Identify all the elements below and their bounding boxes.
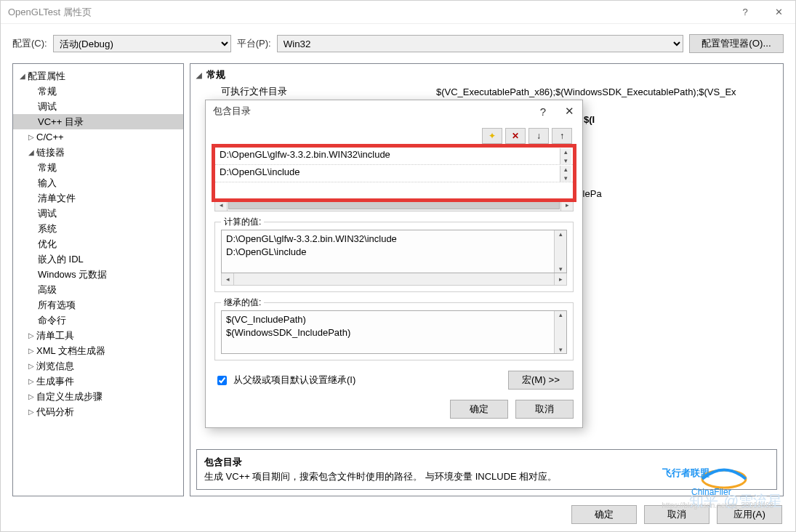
horizontal-scrollbar[interactable]: ◂ ▸: [214, 199, 574, 211]
line-spinner[interactable]: ▴▾: [560, 148, 571, 164]
expander-icon[interactable]: ▷: [26, 347, 36, 355]
expander-icon[interactable]: ◢: [17, 72, 28, 80]
expander-icon[interactable]: ◢: [26, 148, 36, 156]
cancel-button[interactable]: 取消: [644, 505, 709, 524]
tree-item-selected[interactable]: VC++ 目录: [13, 114, 183, 129]
tree-item[interactable]: ▷清单工具: [13, 328, 183, 343]
inherited-values-group: 继承的值: $(VC_IncludePath) $(WindowsSDK_Inc…: [214, 302, 574, 360]
move-down-button[interactable]: ↓: [528, 128, 549, 144]
calculated-values-group: 计算的值: D:\OpenGL\glfw-3.3.2.bin.WIN32\inc…: [214, 222, 574, 292]
editable-path-list[interactable]: D:\OpenGL\glfw-3.3.2.bin.WIN32\include D…: [214, 147, 574, 199]
inner-help-button[interactable]: ?: [530, 105, 556, 118]
tree-item[interactable]: ▷浏览信息: [13, 358, 183, 374]
include-dirs-dialog: 包含目录 ? ✕ ✦ ✕ ↓ ↑ D:\OpenGL\glfw-3.3.2.bi…: [205, 100, 583, 428]
scroll-left-icon[interactable]: ◂: [215, 199, 228, 211]
tree-item[interactable]: 常规: [13, 160, 183, 175]
config-manager-button[interactable]: 配置管理器(O)...: [689, 34, 784, 53]
window-title: OpenGLTest 属性页: [8, 6, 92, 19]
tree-item[interactable]: 常规: [13, 84, 183, 99]
help-button[interactable]: ?: [728, 1, 762, 24]
tree-item[interactable]: 调试: [13, 206, 183, 221]
path-entry[interactable]: D:\OpenGL\include: [215, 165, 573, 182]
macro-button[interactable]: 宏(M) >>: [508, 371, 574, 390]
line-spinner[interactable]: ▴▾: [560, 166, 571, 182]
ok-button[interactable]: 确定: [571, 505, 637, 524]
section-expander-icon[interactable]: ◢: [196, 71, 206, 79]
expander-icon[interactable]: ▷: [26, 408, 36, 416]
tree-item[interactable]: ▷生成事件: [13, 374, 183, 389]
grid-value[interactable]: $(VC_ExecutablePath_x86);$(WindowsSDK_Ex…: [436, 86, 777, 97]
expander-icon[interactable]: ▷: [26, 133, 36, 141]
inner-cancel-button[interactable]: 取消: [515, 400, 574, 419]
horizontal-scrollbar[interactable]: ◂ ▸: [221, 273, 567, 286]
inherited-listbox[interactable]: $(VC_IncludePath) $(WindowsSDK_IncludePa…: [221, 310, 567, 354]
inherit-checkbox-label[interactable]: 从父级或项目默认设置继承(I): [214, 374, 355, 387]
tree-item[interactable]: ▷自定义生成步骤: [13, 389, 183, 404]
grid-key: 可执行文件目录: [196, 85, 436, 98]
tree-item[interactable]: 所有选项: [13, 297, 183, 313]
tree-item[interactable]: 高级: [13, 282, 183, 297]
vertical-scrollbar[interactable]: ▴▾: [554, 311, 566, 353]
new-line-button[interactable]: ✦: [482, 128, 502, 144]
tree-item[interactable]: ◢链接器: [13, 145, 183, 160]
tree-item[interactable]: ▷代码分析: [13, 404, 183, 419]
expander-icon[interactable]: ▷: [26, 362, 36, 370]
list-item: D:\OpenGL\glfw-3.3.2.bin.WIN32\include: [226, 233, 562, 246]
delete-line-button[interactable]: ✕: [505, 128, 526, 144]
tree-item[interactable]: 系统: [13, 221, 183, 236]
scroll-right-icon[interactable]: ▸: [554, 273, 566, 285]
window-titlebar: OpenGLTest 属性页 ? ✕: [1, 1, 795, 24]
inherit-checkbox[interactable]: [217, 376, 227, 385]
inner-title: 包含目录: [213, 105, 251, 118]
scroll-left-icon[interactable]: ◂: [222, 273, 234, 285]
calculated-listbox[interactable]: D:\OpenGL\glfw-3.3.2.bin.WIN32\include D…: [221, 230, 567, 273]
tree-item[interactable]: 调试: [13, 99, 183, 114]
tree-item[interactable]: Windows 元数据: [13, 267, 183, 282]
expander-icon[interactable]: ▷: [26, 331, 36, 339]
apply-button[interactable]: 应用(A): [717, 505, 782, 524]
list-item: $(VC_IncludePath): [226, 314, 562, 327]
scroll-right-icon[interactable]: ▸: [560, 199, 573, 211]
description-title: 包含目录: [204, 456, 769, 469]
scroll-thumb[interactable]: [228, 201, 560, 209]
expander-icon[interactable]: ▷: [26, 377, 36, 385]
tree-item[interactable]: 嵌入的 IDL: [13, 251, 183, 267]
tree-item[interactable]: 输入: [13, 175, 183, 190]
property-tree[interactable]: ◢配置属性 常规 调试 VC++ 目录 ▷C/C++ ◢链接器 常规 输入 清单…: [12, 63, 184, 496]
list-item: D:\OpenGL\include: [226, 246, 562, 259]
platform-combo[interactable]: Win32: [277, 35, 683, 52]
tree-item[interactable]: 命令行: [13, 313, 183, 328]
inner-close-button[interactable]: ✕: [556, 105, 582, 118]
inherited-label: 继承的值:: [221, 297, 264, 309]
config-combo[interactable]: 活动(Debug): [53, 35, 231, 52]
tree-item[interactable]: 优化: [13, 236, 183, 251]
path-entry[interactable]: D:\OpenGL\glfw-3.3.2.bin.WIN32\include: [215, 148, 573, 165]
vertical-scrollbar[interactable]: ▴▾: [554, 230, 566, 273]
description-text: 生成 VC++ 项目期间，搜索包含文件时使用的路径。 与环境变量 INCLUDE…: [204, 470, 769, 483]
dialog-buttons: 确定 取消 应用(A): [1, 505, 795, 524]
tree-item[interactable]: 清单文件: [13, 190, 183, 206]
list-item: $(WindowsSDK_IncludePath): [226, 327, 562, 340]
section-title: 常规: [206, 68, 225, 81]
config-label: 配置(C):: [12, 37, 47, 50]
platform-label: 平台(P):: [237, 37, 271, 50]
inner-ok-button[interactable]: 确定: [450, 400, 508, 419]
tree-item[interactable]: ▷XML 文档生成器: [13, 343, 183, 358]
close-button[interactable]: ✕: [762, 1, 795, 24]
calculated-label: 计算的值:: [221, 216, 264, 228]
tree-root[interactable]: 配置属性: [28, 70, 65, 83]
config-toolbar: 配置(C): 活动(Debug) 平台(P): Win32 配置管理器(O)..…: [1, 24, 795, 53]
expander-icon[interactable]: ▷: [26, 392, 36, 400]
move-up-button[interactable]: ↑: [552, 128, 572, 144]
description-panel: 包含目录 生成 VC++ 项目期间，搜索包含文件时使用的路径。 与环境变量 IN…: [196, 449, 777, 490]
tree-item[interactable]: ▷C/C++: [13, 129, 183, 145]
